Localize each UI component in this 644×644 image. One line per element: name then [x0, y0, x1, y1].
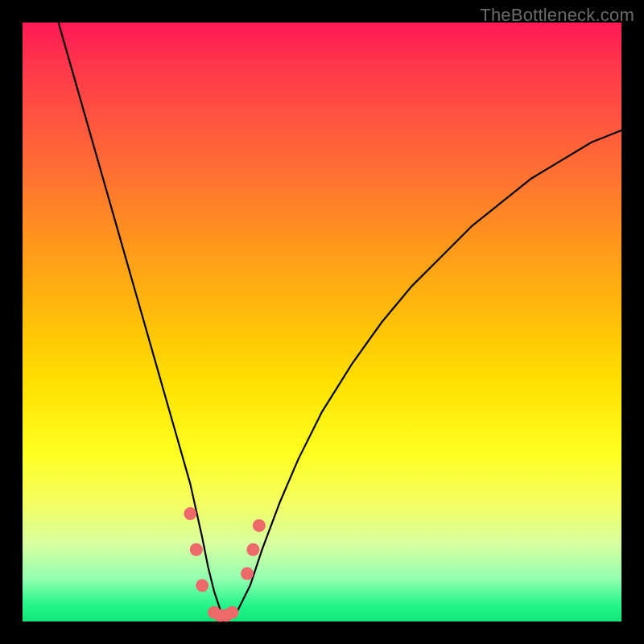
curve-marker: [241, 567, 254, 580]
curve-marker: [190, 543, 203, 556]
curve-marker: [253, 519, 266, 532]
bottleneck-curve: [59, 23, 621, 616]
curve-marker: [246, 543, 259, 556]
plot-area: [23, 23, 621, 621]
curve-marker: [184, 507, 196, 520]
curve-marker: [196, 579, 208, 592]
watermark-text: TheBottleneck.com: [480, 5, 634, 26]
curve-svg: [23, 23, 621, 621]
curve-markers: [184, 507, 266, 621]
curve-marker: [225, 606, 238, 619]
chart-frame: TheBottleneck.com: [0, 0, 644, 644]
